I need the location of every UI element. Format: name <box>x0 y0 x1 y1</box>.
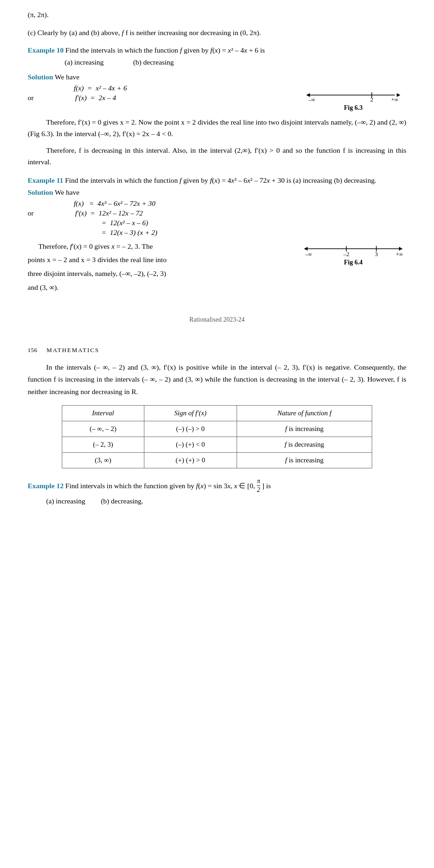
fx-line-11: f(x) = 4x³ – 6x² – 72x + 30 <box>74 199 406 208</box>
example-11-header: Example 11 Find the intervals in which t… <box>28 176 406 185</box>
col-interval: Interval <box>62 406 144 421</box>
table-wrapper: Interval Sign of f′(x) Nature of functio… <box>62 405 372 468</box>
svg-text:+∞: +∞ <box>396 251 403 257</box>
fig-6-3-container: –∞ 2 +∞ Fig 6.3 <box>300 87 406 112</box>
part-c-text: (c) Clearly by (a) and (b) above, f f is… <box>28 27 406 39</box>
example-12-label: Example 12 <box>28 482 64 490</box>
col-nature: Nature of function f <box>237 406 372 421</box>
solution-label-11: Solution <box>28 188 53 196</box>
top-expression: (π, 2π). <box>28 9 406 21</box>
interval-cell-2: (– 2, 3) <box>62 437 144 453</box>
fig-6-4-container: –∞ –2 3 +∞ Fig 6.4 <box>300 240 406 266</box>
page-number: 156 <box>28 347 37 354</box>
solution-10-para1: Therefore, f′(x) = 0 gives x = 2. Now th… <box>28 116 406 140</box>
solution-10-left: Solution We have f(x) = x² – 4x + 6 or f… <box>28 73 296 105</box>
svg-text:3: 3 <box>375 251 378 257</box>
svg-text:2: 2 <box>370 96 374 103</box>
nature-cell-2: f is decreasing <box>237 437 372 453</box>
svg-marker-8 <box>304 247 308 251</box>
sol11-and-text: and (3, ∞). <box>28 281 296 293</box>
page2-para1: In the intervals (– ∞, – 2) and (3, ∞), … <box>28 361 406 398</box>
example-11-label: Example 11 <box>28 176 63 184</box>
solution-11-header: Solution We have <box>28 188 406 197</box>
solution-11-text-left: Therefore, f′(x) = 0 gives x = – 2, 3. T… <box>28 240 296 298</box>
fig-6-3-label: Fig 6.3 <box>344 104 363 112</box>
svg-text:–∞: –∞ <box>305 251 312 257</box>
fig-6-4-label: Fig 6.4 <box>344 259 363 266</box>
example-10-label: Example 10 <box>28 46 64 54</box>
page-container: (π, 2π). (c) Clearly by (a) and (b) abov… <box>0 0 434 519</box>
fpx-line-11b: = 12(x² – x – 6) <box>101 219 406 227</box>
example-12-parts: (a) increasing (b) decreasing. <box>46 497 406 505</box>
svg-text:+∞: +∞ <box>391 96 398 103</box>
interval-cell-1: (– ∞, – 2) <box>62 421 144 437</box>
svg-text:–∞: –∞ <box>308 96 315 103</box>
example-12-header: Example 12 Find intervals in which the f… <box>28 478 406 494</box>
intervals-table: Interval Sign of f′(x) Nature of functio… <box>62 405 372 468</box>
solution-11: Solution We have f(x) = 4x³ – 6x² – 72x … <box>28 188 406 298</box>
col-sign: Sign of f′(x) <box>144 406 237 421</box>
fx-line-10: f(x) = x² – 4x + 6 <box>74 84 296 92</box>
solution-10-para2: Therefore, f is decreasing in this inter… <box>28 144 406 168</box>
fpx-line-10: or f′(x) = 2x – 4 <box>28 94 296 102</box>
fpx-line-11c: = 12(x – 3) (x + 2) <box>101 228 406 237</box>
solution-10: Solution We have f(x) = x² – 4x + 6 or f… <box>28 73 406 112</box>
sol11-points-text: points x = – 2 and x = 3 divides the rea… <box>28 254 296 266</box>
svg-marker-9 <box>399 247 403 251</box>
table-row: (3, ∞) (+) (+) > 0 f is increasing <box>62 453 372 468</box>
rationalised-label: Rationalised 2023-24 <box>28 316 406 323</box>
example-10-parts: (a) increasing (b) decreasing <box>65 58 406 66</box>
page-subject: MATHEMATICS <box>47 347 99 354</box>
number-line-6-4: –∞ –2 3 +∞ <box>300 240 406 258</box>
solution-10-header: Solution We have <box>28 73 296 81</box>
sign-cell-1: (–) (–) > 0 <box>144 421 237 437</box>
table-row: (– 2, 3) (–) (+) < 0 f is decreasing <box>62 437 372 453</box>
example-10-header: Example 10 Find the intervals in which t… <box>28 46 406 54</box>
sol11-para-before-fig: Therefore, f′(x) = 0 gives x = – 2, 3. T… <box>28 240 296 252</box>
nature-cell-1: f is increasing <box>237 421 372 437</box>
sign-cell-3: (+) (+) > 0 <box>144 453 237 468</box>
sign-cell-2: (–) (+) < 0 <box>144 437 237 453</box>
page-header: 156 MATHEMATICS <box>28 347 406 354</box>
solution-11-fig-row: Therefore, f′(x) = 0 gives x = – 2, 3. T… <box>28 240 406 298</box>
table-header-row: Interval Sign of f′(x) Nature of functio… <box>62 406 372 421</box>
table-row: (– ∞, – 2) (–) (–) > 0 f is increasing <box>62 421 372 437</box>
solution-label-10: Solution <box>28 73 53 81</box>
svg-text:–2: –2 <box>343 251 350 257</box>
sol11-three-intervals: three disjoint intervals, namely, (–∞, –… <box>28 268 296 280</box>
nature-cell-3: f is increasing <box>237 453 372 468</box>
content-area: (π, 2π). (c) Clearly by (a) and (b) abov… <box>28 9 406 505</box>
interval-cell-3: (3, ∞) <box>62 453 144 468</box>
fpx-or-line-11: or f′(x) = 12x² – 12x – 72 <box>28 209 406 217</box>
number-line-6-3: –∞ 2 +∞ <box>303 87 404 103</box>
